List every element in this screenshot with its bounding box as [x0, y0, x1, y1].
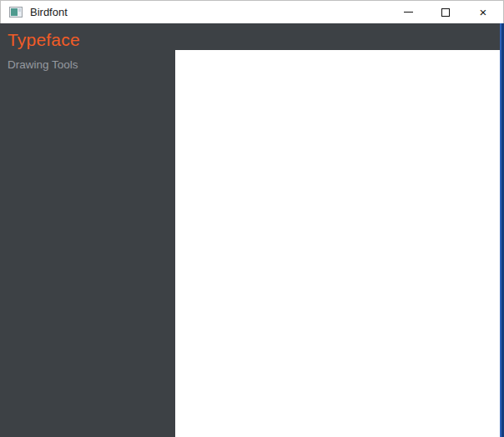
content-area [175, 23, 504, 437]
close-button[interactable]: × [476, 6, 490, 19]
titlebar: Birdfont × [0, 0, 504, 23]
glyph-canvas[interactable] [175, 50, 504, 437]
app-icon [9, 7, 23, 18]
sidebar-sections: Drawing Tools [7, 58, 175, 71]
section-label-drawing-tools: Drawing Tools [8, 58, 175, 71]
close-icon: × [480, 6, 487, 18]
maximize-icon [441, 8, 450, 17]
main-area: Typeface Drawing Tools [0, 23, 504, 437]
tab-bar [175, 23, 504, 50]
minimize-button[interactable] [401, 6, 415, 19]
maximize-button[interactable] [439, 6, 452, 19]
window-edge-highlight [500, 23, 504, 437]
minimize-icon [404, 12, 413, 13]
typeface-menu[interactable]: Typeface [8, 30, 175, 50]
birdfont-window: Birdfont × Typeface Drawing Tools [0, 0, 504, 437]
window-title: Birdfont [30, 6, 68, 18]
window-controls: × [401, 6, 490, 19]
sidebar: Typeface Drawing Tools [0, 23, 175, 437]
